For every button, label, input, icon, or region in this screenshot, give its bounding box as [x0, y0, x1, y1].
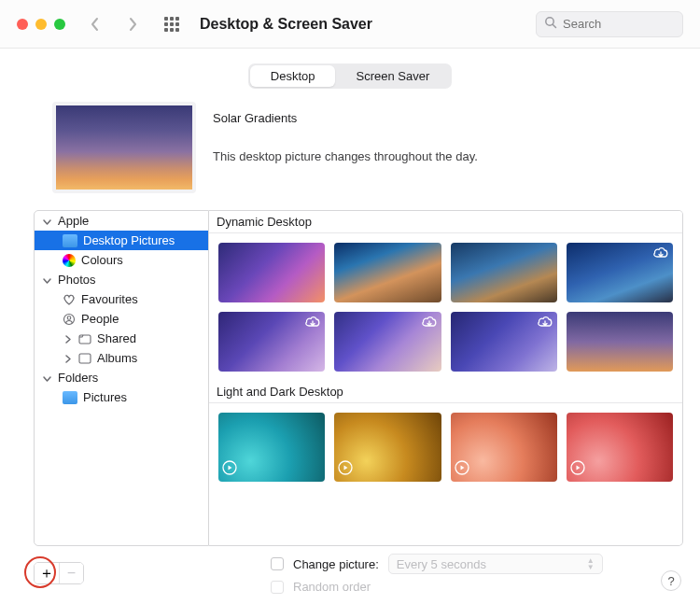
chevron-down-icon: [42, 274, 52, 285]
random-order-label: Random order: [293, 580, 371, 594]
wallpaper-preview-thumbnail: [52, 102, 196, 193]
wallpaper-description: This desktop picture changes throughout …: [213, 149, 478, 163]
wallpaper-thumbnail[interactable]: [451, 243, 557, 302]
change-picture-label: Change picture:: [293, 557, 379, 571]
change-interval-popup[interactable]: Every 5 seconds ▲▼: [388, 554, 603, 574]
svg-rect-4: [79, 335, 91, 344]
sidebar-item-label: Colours: [81, 253, 123, 267]
sidebar-item-label: Shared: [97, 331, 136, 345]
footer: ＋ − Change picture: Every 5 seconds ▲▼ R…: [0, 546, 700, 594]
sidebar-item-label: Albums: [97, 351, 137, 365]
source-list: Apple Desktop Pictures Colours Photos Fa…: [34, 210, 209, 546]
sidebar-item-albums[interactable]: Albums: [35, 348, 208, 368]
play-icon: [455, 460, 469, 478]
folder-icon: [63, 391, 77, 404]
section-dynamic-desktop: Dynamic Desktop: [209, 211, 682, 233]
sidebar-item-label: Photos: [58, 273, 95, 287]
sidebar-group-photos[interactable]: Photos: [35, 270, 208, 289]
dynamic-desktop-thumbnails: [209, 233, 682, 381]
window-title: Desktop & Screen Saver: [200, 16, 372, 33]
sidebar-item-pictures[interactable]: Pictures: [35, 387, 208, 407]
wallpaper-thumbnail[interactable]: [567, 243, 673, 302]
change-interval-value: Every 5 seconds: [397, 557, 486, 571]
wallpaper-thumbnail[interactable]: [218, 243, 325, 302]
add-folder-button[interactable]: ＋: [35, 563, 59, 583]
light-dark-thumbnails: [209, 403, 682, 491]
segmented-control: Desktop Screen Saver: [248, 63, 452, 89]
section-light-dark-desktop: Light and Dark Desktop: [209, 381, 682, 403]
sidebar-item-label: Folders: [58, 371, 98, 385]
shared-folder-icon: [78, 333, 91, 344]
play-icon: [338, 460, 353, 478]
wallpaper-thumbnail[interactable]: [567, 413, 673, 482]
svg-point-3: [67, 316, 71, 319]
wallpaper-thumbnail[interactable]: [451, 413, 557, 482]
svg-line-1: [553, 24, 555, 27]
sidebar-item-desktop-pictures[interactable]: Desktop Pictures: [35, 231, 208, 250]
person-icon: [63, 313, 76, 326]
tab-desktop[interactable]: Desktop: [250, 65, 336, 87]
sidebar-group-apple[interactable]: Apple: [35, 211, 208, 231]
tab-screen-saver[interactable]: Screen Saver: [335, 65, 450, 87]
change-picture-checkbox[interactable]: [271, 557, 284, 570]
chevron-down-icon: [42, 372, 52, 383]
sidebar-item-label: Desktop Pictures: [83, 233, 175, 247]
minimize-window-button[interactable]: [35, 19, 47, 30]
nav-group: [90, 17, 138, 32]
remove-folder-button[interactable]: −: [59, 563, 83, 583]
wallpaper-thumbnail[interactable]: [218, 312, 325, 372]
download-icon: [537, 316, 553, 331]
sidebar-item-people[interactable]: People: [35, 309, 208, 329]
back-button[interactable]: [90, 17, 101, 32]
tabs-row: Desktop Screen Saver: [0, 49, 700, 102]
search-input[interactable]: [563, 17, 675, 31]
close-window-button[interactable]: [17, 19, 28, 30]
search-field[interactable]: [536, 11, 683, 37]
help-button[interactable]: ?: [661, 570, 681, 591]
wallpaper-thumbnail[interactable]: [334, 413, 441, 482]
wallpaper-grid: Dynamic Desktop Light and Dark Desktop: [209, 210, 683, 546]
show-all-icon[interactable]: [164, 17, 179, 32]
wallpaper-thumbnail[interactable]: [567, 312, 673, 372]
svg-rect-5: [79, 354, 91, 363]
wallpaper-thumbnail[interactable]: [334, 312, 441, 372]
download-icon: [421, 316, 438, 331]
wallpaper-thumbnail[interactable]: [334, 243, 441, 302]
chevron-updown-icon: ▲▼: [587, 557, 595, 570]
play-icon: [570, 460, 585, 478]
wallpaper-name: Solar Gradients: [213, 111, 478, 125]
sidebar-item-label: Favourites: [81, 292, 138, 306]
download-icon: [304, 316, 321, 331]
chevron-right-icon: [63, 333, 73, 344]
heart-icon: [63, 293, 76, 306]
folder-icon: [63, 234, 77, 247]
colour-wheel-icon: [63, 254, 76, 267]
add-remove-folder: ＋ −: [34, 562, 84, 584]
wallpaper-preview-text: Solar Gradients This desktop picture cha…: [213, 102, 478, 193]
random-order-checkbox: [271, 581, 284, 594]
sidebar-item-colours[interactable]: Colours: [35, 250, 208, 270]
current-wallpaper-preview: Solar Gradients This desktop picture cha…: [0, 102, 700, 210]
sidebar-item-label: Pictures: [83, 390, 127, 404]
toolbar: Desktop & Screen Saver: [0, 0, 700, 49]
play-icon: [222, 460, 237, 478]
fullscreen-window-button[interactable]: [54, 19, 65, 30]
wallpaper-thumbnail[interactable]: [451, 312, 557, 372]
chevron-down-icon: [42, 216, 52, 226]
album-icon: [78, 353, 91, 364]
sidebar-item-label: People: [81, 312, 119, 326]
window-controls: [17, 19, 65, 30]
sidebar-group-folders[interactable]: Folders: [35, 368, 208, 387]
download-icon: [652, 246, 669, 262]
sidebar-item-favourites[interactable]: Favourites: [35, 289, 208, 309]
forward-button[interactable]: [127, 17, 138, 32]
search-icon: [544, 16, 557, 32]
main-split: Apple Desktop Pictures Colours Photos Fa…: [0, 210, 700, 546]
wallpaper-thumbnail[interactable]: [218, 413, 325, 482]
sidebar-item-label: Apple: [58, 214, 89, 228]
sidebar-item-shared[interactable]: Shared: [35, 329, 208, 348]
chevron-right-icon: [63, 353, 73, 363]
